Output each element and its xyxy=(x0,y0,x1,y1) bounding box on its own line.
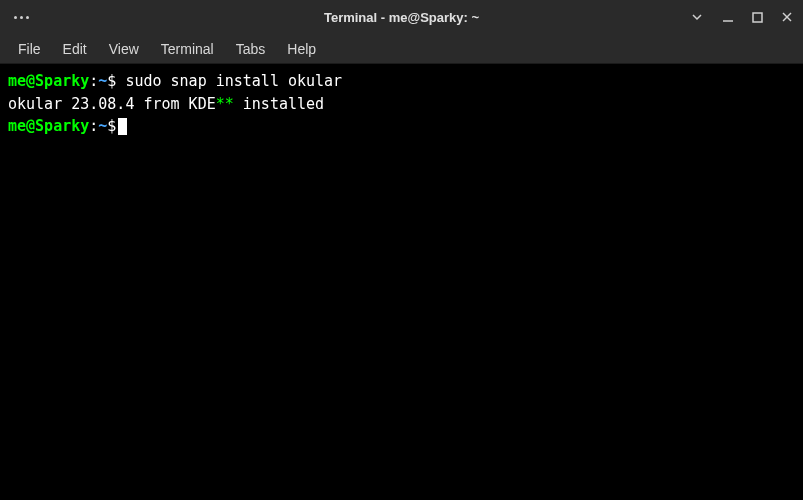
prompt-colon: : xyxy=(89,72,98,90)
menubar: File Edit View Terminal Tabs Help xyxy=(0,34,803,64)
prompt-symbol: $ xyxy=(107,117,116,135)
terminal-line-1: me@Sparky:~$ sudo snap install okular xyxy=(8,70,795,93)
command-text: sudo snap install okular xyxy=(116,72,342,90)
menu-terminal[interactable]: Terminal xyxy=(151,37,224,61)
titlebar: Terminal - me@Sparky: ~ xyxy=(0,0,803,34)
close-button[interactable] xyxy=(781,11,793,23)
cursor xyxy=(118,118,127,135)
window-menu-icon[interactable] xyxy=(0,16,29,19)
minimize-button[interactable] xyxy=(722,11,734,23)
menu-view[interactable]: View xyxy=(99,37,149,61)
prompt-userhost: me@Sparky xyxy=(8,72,89,90)
prompt-path: ~ xyxy=(98,72,107,90)
terminal-body[interactable]: me@Sparky:~$ sudo snap install okular ok… xyxy=(0,64,803,500)
output-text: okular 23.08.4 from KDE xyxy=(8,95,216,113)
prompt-colon: : xyxy=(89,117,98,135)
terminal-line-3: me@Sparky:~$ xyxy=(8,115,795,138)
prompt-userhost: me@Sparky xyxy=(8,117,89,135)
output-text: installed xyxy=(234,95,324,113)
terminal-line-2: okular 23.08.4 from KDE** installed xyxy=(8,93,795,116)
prompt-path: ~ xyxy=(98,117,107,135)
collapse-button[interactable] xyxy=(690,10,704,24)
window-title: Terminal - me@Sparky: ~ xyxy=(324,10,479,25)
menu-edit[interactable]: Edit xyxy=(53,37,97,61)
menu-tabs[interactable]: Tabs xyxy=(226,37,276,61)
svg-rect-1 xyxy=(753,13,762,22)
menu-file[interactable]: File xyxy=(8,37,51,61)
maximize-button[interactable] xyxy=(752,12,763,23)
menu-help[interactable]: Help xyxy=(277,37,326,61)
verified-marker: ** xyxy=(216,95,234,113)
